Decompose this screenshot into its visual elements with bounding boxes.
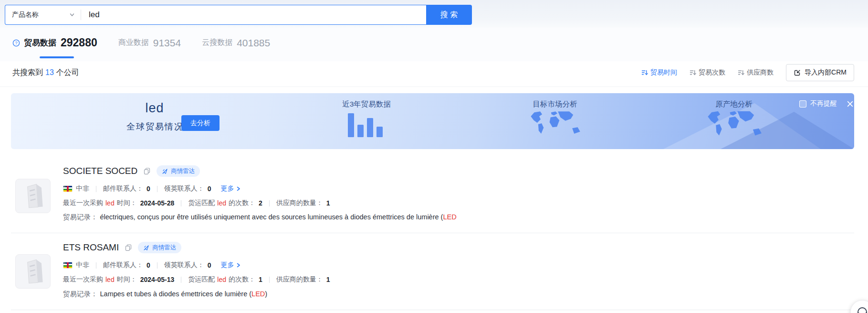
linkedin-contacts-label: 领英联系人： — [164, 261, 204, 270]
freight-label-post: 的次数： — [229, 275, 255, 284]
divider — [269, 200, 270, 206]
trade-record-keyword: LED — [443, 213, 456, 221]
business-radar-badge[interactable]: 商情雷达 — [157, 165, 200, 177]
copy-icon[interactable] — [143, 167, 151, 175]
radar-badge-label: 商情雷达 — [171, 167, 195, 175]
company-contact-row: 中非 邮件联系人： 0 领英联系人： 0 更多 — [63, 260, 241, 270]
analyze-button[interactable]: 去分析 — [181, 115, 220, 131]
divider — [0, 86, 868, 87]
keyword-highlight: led — [217, 199, 226, 207]
purchase-label-pre: 最近一次采购 — [63, 199, 103, 207]
tab-cloud-search-data[interactable]: 云搜数据 401885 — [202, 37, 270, 49]
suppliers-label: 供应商的数量： — [276, 199, 323, 207]
world-map-icon — [702, 108, 766, 144]
radar-badge-label: 商情雷达 — [152, 244, 176, 252]
chevron-right-icon — [236, 186, 241, 192]
banner-keyword: led — [128, 101, 181, 116]
more-link[interactable]: 更多 — [221, 184, 241, 193]
freight-label-pre: 货运匹配 — [188, 199, 215, 207]
sort-descending-icon — [738, 69, 744, 76]
freight-label-pre: 货运匹配 — [188, 275, 215, 284]
trade-record-row: 贸易记录： électriques, conçus pour être util… — [63, 212, 457, 222]
banner-bar — [357, 125, 364, 137]
company-thumbnail — [15, 254, 51, 289]
search-input[interactable] — [81, 5, 426, 24]
purchase-label-post: 时间： — [117, 199, 137, 207]
more-label: 更多 — [221, 261, 234, 270]
sort-supplier-count[interactable]: 供应商数 — [738, 68, 774, 77]
purchase-date-value: 2024-05-28 — [140, 199, 175, 207]
email-contacts-value: 0 — [146, 261, 150, 269]
more-label: 更多 — [221, 184, 234, 193]
no-remind-checkbox[interactable] — [799, 100, 806, 108]
divider — [181, 200, 181, 206]
company-name[interactable]: ETS ROSAMI — [63, 242, 119, 253]
divider — [96, 262, 96, 269]
page: 产品名称 搜 索 ? 贸易数据 292880 商业数据 91354 云搜数据 4… — [0, 0, 868, 313]
feature-origin-label: 原产地分析 — [698, 99, 770, 109]
results-header-row: 共搜索到13个公司 贸易时间 贸易次数 供应商数 — [12, 63, 854, 82]
email-contacts-value: 0 — [146, 185, 150, 193]
world-map-icon — [524, 109, 586, 141]
suppliers-label: 供应商的数量： — [276, 275, 323, 284]
banner-bar — [367, 118, 373, 137]
results-count-prefix: 共搜索到 — [12, 68, 43, 76]
results-count-suffix: 个公司 — [56, 68, 79, 76]
sort-descending-icon — [690, 69, 696, 76]
sort-descending-icon — [641, 69, 648, 76]
linkedin-contacts-value: 0 — [208, 261, 211, 269]
chevron-right-icon — [236, 262, 241, 268]
linkedin-contacts-value: 0 — [208, 185, 211, 193]
flag-central-african-republic-icon — [63, 185, 73, 192]
building-icon — [15, 254, 51, 289]
suppliers-count-value: 1 — [326, 276, 330, 283]
close-icon[interactable] — [847, 100, 854, 108]
purchase-label-pre: 最近一次采购 — [63, 275, 103, 284]
import-crm-button[interactable]: 导入内部CRM — [786, 64, 854, 81]
sort-label: 贸易次数 — [699, 68, 725, 77]
radar-icon — [162, 168, 168, 174]
tab-label: 贸易数据 — [24, 37, 56, 48]
divider — [269, 277, 270, 283]
tab-count: 292880 — [61, 36, 97, 49]
trade-record-text: électriques, conçus pour être utilisés u… — [100, 213, 443, 221]
tab-count: 91354 — [153, 37, 181, 49]
import-crm-label: 导入内部CRM — [805, 68, 847, 77]
trade-record-text: Lampes et tubes à diodes émettrices de l… — [100, 290, 252, 298]
divider — [157, 186, 157, 192]
feature-market-label: 目标市场分析 — [519, 99, 591, 109]
question-circle-icon[interactable]: ? — [12, 39, 20, 47]
chevron-down-icon — [69, 12, 75, 18]
email-contacts-label: 邮件联系人： — [103, 184, 143, 193]
tab-trade-data[interactable]: ? 贸易数据 292880 — [12, 36, 97, 49]
freight-count-value: 2 — [259, 199, 262, 207]
data-tabs: ? 贸易数据 292880 商业数据 91354 云搜数据 401885 — [12, 36, 291, 49]
copy-icon[interactable] — [125, 244, 132, 251]
company-stats-row: 最近一次采购 led 时间： 2024-05-13 货运匹配 led 的次数： … — [63, 274, 330, 285]
svg-text:?: ? — [15, 41, 17, 45]
tab-business-data[interactable]: 商业数据 91354 — [118, 37, 181, 49]
suppliers-count-value: 1 — [326, 199, 330, 207]
divider — [11, 310, 854, 310]
search-category-label: 产品名称 — [12, 11, 39, 19]
sort-trade-count[interactable]: 贸易次数 — [690, 68, 725, 77]
freight-label-post: 的次数： — [229, 199, 255, 207]
trade-record-row: 贸易记录： Lampes et tubes à diodes émettrice… — [63, 289, 267, 299]
business-radar-badge[interactable]: 商情雷达 — [138, 242, 181, 253]
results-count-text: 共搜索到13个公司 — [12, 68, 79, 78]
company-contact-row: 中非 邮件联系人： 0 领英联系人： 0 更多 — [63, 183, 241, 194]
tab-label: 商业数据 — [118, 38, 149, 48]
keyword-highlight: led — [217, 276, 226, 283]
company-title-row: ETS ROSAMI 商情雷达 — [63, 241, 181, 254]
search-button[interactable]: 搜 索 — [426, 5, 472, 25]
sort-label: 供应商数 — [747, 68, 774, 77]
sort-trade-time[interactable]: 贸易时间 — [641, 68, 677, 77]
keyword-highlight: led — [105, 276, 115, 283]
banner-bar — [376, 127, 383, 137]
dismiss-controls: 不再提醒 — [799, 99, 854, 108]
freight-count-value: 1 — [259, 276, 262, 283]
more-link[interactable]: 更多 — [221, 261, 241, 270]
company-title-row: SOCIETE SOCED 商情雷达 — [63, 164, 200, 178]
company-name[interactable]: SOCIETE SOCED — [63, 166, 137, 176]
search-category-dropdown[interactable]: 产品名称 — [5, 5, 81, 24]
